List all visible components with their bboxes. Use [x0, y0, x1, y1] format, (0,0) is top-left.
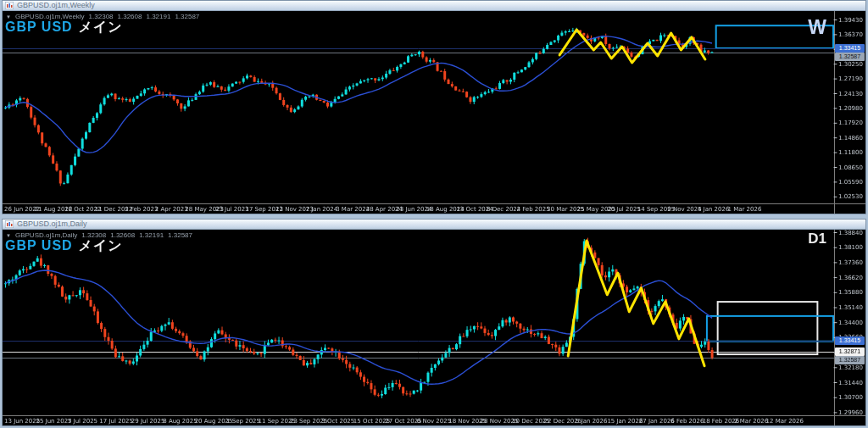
info-low: 1.32191	[146, 13, 170, 20]
symbol-info-line: ▼ GBPUSD.oj1m,Daily 1.32308 1.32608 1.32…	[6, 231, 192, 239]
daily-window-titlebar[interactable]: GBPUSD.oj1m,Daily	[3, 220, 865, 230]
watermark-symbol: GBP USD	[5, 19, 73, 34]
price-level-box: 1.33415	[835, 336, 865, 345]
weekly-chart-canvas[interactable]	[3, 11, 865, 214]
chart-watermark: GBP USDメイン	[5, 19, 123, 36]
workspace: { "workspace": { "bg_color": "#aec3d9" }…	[0, 0, 868, 428]
weekly-window-titlebar[interactable]: GBPUSD.oj1m,Weekly	[3, 1, 865, 11]
info-high: 1.32608	[118, 13, 142, 20]
info-low: 1.32191	[139, 231, 164, 239]
price-level-box: 1.33415	[835, 44, 865, 53]
price-level-box: 1.32587	[835, 53, 865, 61]
window-title: GBPUSD.oj1m,Daily	[17, 220, 87, 228]
watermark-suffix: メイン	[79, 19, 123, 34]
window-title: GBPUSD.oj1m,Weekly	[17, 2, 95, 9]
price-level-box: 1.32871	[835, 347, 865, 356]
info-open: 1.32308	[81, 231, 106, 239]
timeframe-badge: D1	[808, 231, 826, 247]
symbol-dropdown-icon[interactable]: ▼	[6, 233, 11, 238]
weekly-chart-window: GBPUSD.oj1m,Weekly ▼ GBPUSD.oj1m,Weekly …	[2, 0, 866, 214]
daily-chart-window: GBPUSD.oj1m,Daily ▼ GBPUSD.oj1m,Daily 1.…	[2, 219, 866, 426]
chart-window-icon	[5, 2, 14, 9]
symbol-dropdown-icon[interactable]: ▼	[6, 14, 11, 19]
info-high: 1.32608	[110, 231, 135, 239]
weekly-chart-area: ▼ GBPUSD.oj1m,Weekly 1.32308 1.32608 1.3…	[3, 11, 865, 214]
timeframe-badge: W	[808, 16, 826, 39]
info-close: 1.32587	[175, 13, 199, 20]
watermark-symbol: GBP USD	[5, 238, 73, 253]
info-open: 1.32308	[89, 13, 114, 20]
daily-chart-canvas[interactable]	[3, 230, 865, 425]
info-symbol: GBPUSD.oj1m,Daily	[15, 231, 77, 239]
chart-window-icon	[5, 220, 14, 228]
price-level-box: 1.32587	[835, 356, 865, 364]
chart-watermark: GBP USDメイン	[5, 237, 123, 255]
daily-chart-area: ▼ GBPUSD.oj1m,Daily 1.32308 1.32608 1.32…	[3, 230, 865, 425]
info-close: 1.32587	[168, 231, 192, 239]
watermark-suffix: メイン	[79, 238, 123, 253]
symbol-info-line: ▼ GBPUSD.oj1m,Weekly 1.32308 1.32608 1.3…	[6, 13, 199, 20]
info-symbol: GBPUSD.oj1m,Weekly	[15, 13, 85, 20]
